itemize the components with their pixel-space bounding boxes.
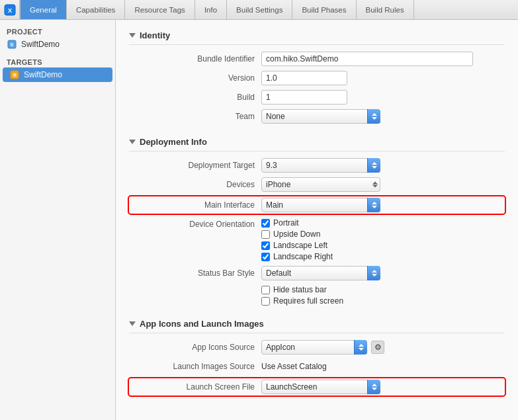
content-area: Identity Bundle Identifier Version Build (116, 20, 518, 420)
build-row: Build (129, 90, 505, 105)
upside-down-label: Upside Down (273, 230, 320, 239)
svg-text:⚙: ⚙ (13, 73, 17, 77)
launch-screen-file-row: Launch Screen File LaunchScreen (129, 378, 505, 396)
portrait-checkbox[interactable] (261, 219, 270, 228)
landscape-right-label: Landscape Right (273, 252, 333, 261)
orientation-checkboxes: Portrait Upside Down Landscape Left (261, 218, 473, 261)
tab-resource-tags[interactable]: Resource Tags (125, 0, 195, 19)
hide-status-bar-checkbox[interactable] (261, 286, 270, 294)
status-bar-style-label: Status Bar Style (129, 269, 261, 278)
launch-images-source-text: Use Asset Catalog (261, 362, 327, 371)
status-bar-checkboxes: Hide status bar Requires full screen (261, 285, 473, 306)
app-icons-title: App Icons and Launch Images (140, 319, 264, 329)
devices-select-wrap: iPhone (261, 177, 380, 192)
sidebar-item-project[interactable]: S SwiftDemo (0, 37, 115, 52)
hide-status-bar-label: Hide status bar (273, 285, 327, 294)
deployment-target-wrap: 9.3 (261, 158, 380, 173)
app-icons-source-label: App Icons Source (129, 343, 261, 352)
tab-info[interactable]: Info (195, 0, 227, 19)
deployment-target-value: 9.3 (261, 158, 473, 173)
bundle-identifier-label: Bundle Identifier (129, 54, 261, 63)
portrait-label: Portrait (273, 218, 299, 228)
portrait-row: Portrait (261, 218, 473, 228)
app-icons-source-row: App Icons Source AppIcon ⚙ (129, 340, 505, 355)
requires-full-screen-checkbox[interactable] (261, 297, 270, 306)
launch-screen-file-label: Launch Screen File (129, 382, 261, 392)
launch-screen-file-wrap: LaunchScreen (261, 380, 380, 394)
devices-label: Devices (129, 180, 261, 189)
device-orientation-row: Device Orientation Portrait Upside Down (129, 218, 505, 261)
app-icons-source-select[interactable]: AppIcon (261, 340, 367, 355)
tab-build-rules[interactable]: Build Rules (357, 0, 414, 19)
requires-full-screen-row: Requires full screen (261, 296, 473, 306)
launch-screen-file-value: LaunchScreen (261, 380, 473, 394)
tab-build-phases[interactable]: Build Phases (292, 0, 356, 19)
deployment-target-label: Deployment Target (129, 161, 261, 170)
team-row: Team None (129, 109, 505, 124)
identity-section: Identity Bundle Identifier Version Build (129, 30, 505, 124)
project-name: SwiftDemo (21, 40, 60, 49)
hide-status-bar-row: Hide status bar (261, 285, 473, 294)
launch-screen-file-select[interactable]: LaunchScreen (261, 380, 380, 394)
status-bar-style-select[interactable]: Default (261, 266, 380, 280)
orientations-group: Portrait Upside Down Landscape Left (261, 218, 473, 261)
launch-images-source-row: Launch Images Source Use Asset Catalog (129, 359, 505, 374)
tab-capabilities[interactable]: Capabilities (67, 0, 125, 19)
team-select[interactable]: None (261, 109, 380, 124)
app-icons-gear-button[interactable]: ⚙ (371, 341, 384, 354)
devices-row: Devices iPhone (129, 177, 505, 192)
deployment-target-select[interactable]: 9.3 (261, 158, 380, 173)
status-bar-style-wrap: Default (261, 266, 380, 280)
landscape-left-checkbox[interactable] (261, 241, 270, 250)
tab-general[interactable]: General (20, 0, 67, 19)
launch-images-source-label: Launch Images Source (129, 362, 261, 371)
identity-triangle[interactable] (129, 33, 136, 38)
main-interface-wrap: Main (261, 198, 380, 212)
deployment-target-row: Deployment Target 9.3 (129, 158, 505, 173)
device-orientation-label: Device Orientation (129, 218, 261, 229)
status-bar-style-value: Default (261, 266, 473, 280)
status-bar-style-row: Status Bar Style Default (129, 266, 505, 280)
main-layout: PROJECT S SwiftDemo TARGETS ⚙ SwiftDemo (0, 20, 518, 420)
tab-build-settings[interactable]: Build Settings (227, 0, 292, 19)
sidebar: PROJECT S SwiftDemo TARGETS ⚙ SwiftDemo (0, 20, 116, 420)
bundle-identifier-row: Bundle Identifier (129, 52, 505, 66)
project-section-label: PROJECT (0, 25, 115, 37)
upside-down-row: Upside Down (261, 230, 473, 239)
sidebar-item-target[interactable]: ⚙ SwiftDemo (3, 67, 112, 82)
bundle-identifier-input[interactable] (261, 52, 473, 66)
build-input[interactable] (261, 90, 347, 105)
app-icons-source-wrap: AppIcon (261, 340, 367, 355)
app-icons-section: App Icons and Launch Images App Icons So… (129, 319, 505, 396)
deployment-header: Deployment Info (129, 137, 505, 151)
landscape-right-row: Landscape Right (261, 252, 473, 261)
devices-select[interactable]: iPhone (261, 177, 380, 192)
deployment-triangle[interactable] (129, 140, 136, 144)
svg-text:S: S (10, 42, 14, 48)
identity-header: Identity (129, 30, 505, 45)
app-icons-triangle[interactable] (129, 321, 136, 326)
main-interface-label: Main Interface (129, 200, 261, 210)
app-icons-source-value: AppIcon ⚙ (261, 340, 473, 355)
landscape-right-checkbox[interactable] (261, 253, 270, 261)
identity-title: Identity (140, 30, 170, 40)
svg-text:X: X (7, 7, 11, 14)
project-icon: S (7, 39, 17, 50)
target-name: SwiftDemo (24, 70, 62, 79)
upside-down-checkbox[interactable] (261, 230, 270, 239)
status-bar-options-group: Hide status bar Requires full screen (261, 285, 473, 306)
version-input[interactable] (261, 71, 347, 85)
main-interface-select[interactable]: Main (261, 198, 380, 212)
version-label: Version (129, 73, 261, 83)
devices-value: iPhone (261, 177, 473, 192)
target-icon: ⚙ (9, 69, 20, 80)
version-row: Version (129, 71, 505, 85)
team-select-wrap: None (261, 109, 380, 124)
landscape-left-row: Landscape Left (261, 241, 473, 250)
build-label: Build (129, 93, 261, 102)
deployment-title: Deployment Info (140, 137, 207, 147)
main-interface-row: Main Interface Main (129, 196, 505, 214)
main-interface-value: Main (261, 198, 473, 212)
targets-section-label: TARGETS (0, 56, 115, 67)
tab-bar: General Capabilities Resource Tags Info … (20, 0, 518, 19)
